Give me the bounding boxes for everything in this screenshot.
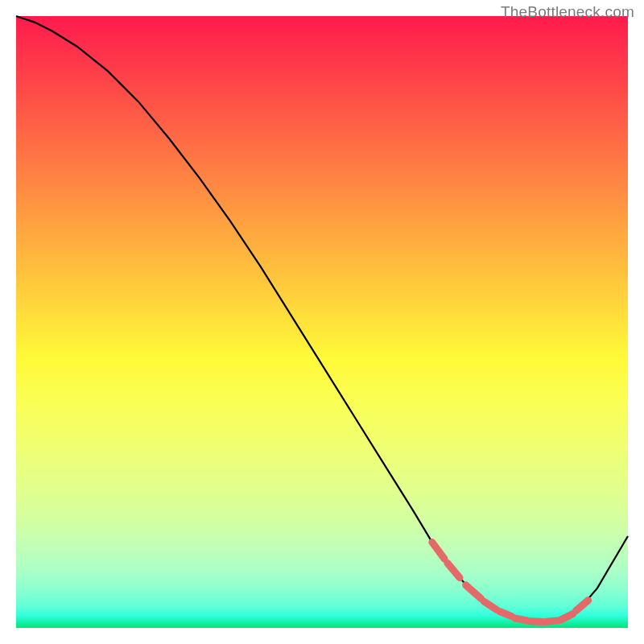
highlight-segment	[432, 543, 444, 559]
highlight-segment	[545, 621, 557, 622]
curve-group	[16, 16, 628, 621]
highlight-segment	[560, 614, 572, 621]
highlight-segment	[530, 621, 542, 622]
bottleneck-chart: TheBottleneck.com	[0, 0, 644, 644]
highlight-segment	[466, 585, 481, 599]
highlight-segment	[514, 618, 526, 621]
highlight-segments	[432, 543, 588, 622]
highlight-segment	[499, 611, 511, 616]
highlight-segment	[448, 563, 460, 577]
bottleneck-curve-line	[16, 16, 628, 621]
highlight-segment	[576, 601, 588, 611]
highlight-segment	[484, 601, 496, 609]
chart-svg	[16, 16, 628, 628]
